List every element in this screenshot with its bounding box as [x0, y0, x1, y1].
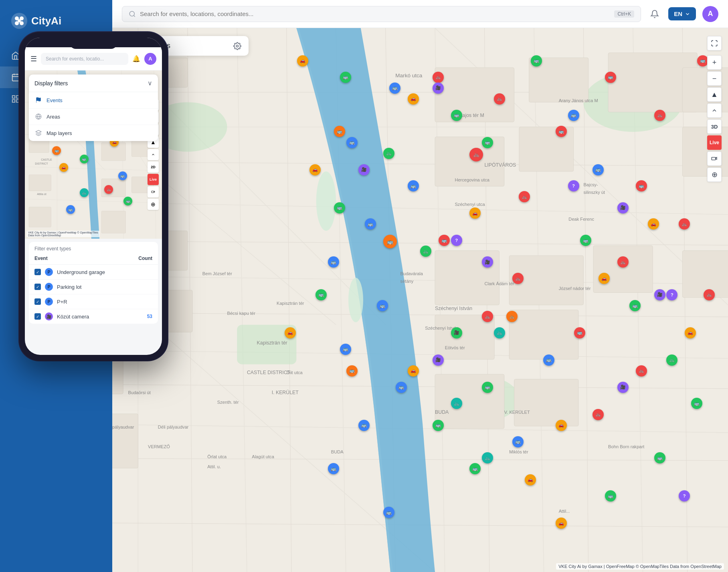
map-marker[interactable]: 🚗: [556, 420, 567, 431]
phone-mode-2d-button[interactable]: 2D: [148, 161, 159, 173]
tilt-button[interactable]: [707, 103, 722, 118]
live-button[interactable]: Live: [707, 135, 722, 150]
map-marker[interactable]: 🚗: [285, 327, 296, 338]
location-button[interactable]: ⊕: [707, 167, 722, 182]
map-marker[interactable]: 🚌: [340, 344, 351, 355]
event-type-pr[interactable]: ✓ P P+R: [29, 294, 158, 309]
phone-map-marker[interactable]: 🚲: [104, 185, 113, 194]
event-type-parking-lot[interactable]: ✓ P Parking lot: [29, 280, 158, 294]
phone-tilt-button[interactable]: [148, 149, 159, 160]
map-marker[interactable]: 🚲: [433, 72, 444, 83]
phone-bell-icon[interactable]: 🔔: [132, 55, 140, 62]
map-marker[interactable]: 🚌: [439, 235, 450, 246]
map-marker[interactable]: 🚲: [704, 289, 715, 300]
map-area[interactable]: Markó utca Lajos tér M Arany János utca …: [112, 28, 728, 572]
map-marker[interactable]: 🚌: [636, 180, 647, 191]
map-marker[interactable]: 🚌: [568, 110, 579, 121]
search-bar[interactable]: Ctrl+K: [122, 6, 641, 22]
map-marker[interactable]: ?: [568, 180, 579, 191]
checkbox-underground-garage[interactable]: ✓: [34, 269, 41, 275]
map-marker[interactable]: 🚲: [593, 409, 604, 420]
map-marker[interactable]: 🎥: [451, 327, 462, 338]
map-marker[interactable]: 🚲: [469, 148, 483, 161]
map-marker[interactable]: 🎥: [433, 354, 444, 366]
map-marker[interactable]: 🚌: [654, 452, 665, 463]
settings-icon[interactable]: [233, 42, 241, 50]
map-marker[interactable]: 🚌: [451, 110, 462, 121]
map-marker[interactable]: 🚗: [525, 474, 536, 485]
phone-map-marker[interactable]: 🚌: [66, 205, 75, 214]
mode-3d-button[interactable]: 3D: [707, 119, 722, 134]
map-marker[interactable]: 🎥: [482, 256, 493, 268]
map-marker[interactable]: 🚌: [340, 72, 351, 83]
map-marker[interactable]: 🚌: [574, 327, 585, 338]
map-marker[interactable]: 🚌: [605, 490, 616, 502]
map-marker[interactable]: 🚌: [328, 463, 339, 474]
map-marker[interactable]: 🚌: [482, 137, 493, 148]
map-marker[interactable]: 🚌: [593, 164, 604, 175]
map-marker[interactable]: 🚌: [433, 420, 444, 431]
map-marker[interactable]: 🚲: [617, 256, 629, 268]
map-marker[interactable]: 🎥: [433, 83, 444, 94]
phone-map-marker[interactable]: 🚌: [118, 171, 127, 180]
compass-button[interactable]: ▲: [707, 87, 722, 102]
map-marker[interactable]: 🚌: [543, 354, 554, 366]
notifications-button[interactable]: [647, 7, 662, 21]
map-marker[interactable]: 🚌: [365, 218, 376, 230]
map-marker[interactable]: 🚌: [605, 72, 616, 83]
map-marker[interactable]: 🚌: [383, 235, 397, 248]
map-marker[interactable]: 🚲: [654, 110, 665, 121]
map-marker[interactable]: 🎥: [617, 202, 629, 213]
phone-camera-button[interactable]: [148, 186, 159, 197]
map-marker[interactable]: ?: [451, 235, 462, 246]
phone-tab-areas[interactable]: Areas: [29, 109, 158, 125]
phone-map-marker[interactable]: 🚲: [80, 188, 89, 197]
phone-search-bar[interactable]: Search for events, locatio...: [41, 53, 128, 65]
phone-user-avatar[interactable]: A: [144, 53, 156, 65]
map-marker[interactable]: 🚲: [666, 354, 677, 366]
phone-tab-events[interactable]: Events: [29, 92, 158, 109]
map-marker[interactable]: 🚌: [346, 365, 358, 377]
map-marker[interactable]: 🚲: [482, 452, 493, 463]
map-marker[interactable]: 🚌: [383, 507, 394, 518]
map-marker[interactable]: 🚌: [389, 83, 400, 94]
map-marker[interactable]: 🚲: [420, 246, 431, 257]
phone-map-marker[interactable]: 🚌: [80, 155, 89, 163]
camera-view-button[interactable]: [707, 151, 722, 166]
map-marker[interactable]: 🎥: [358, 164, 370, 175]
phone-tab-map-layers[interactable]: Map layers: [29, 125, 158, 141]
phone-filter-chevron[interactable]: ∨: [148, 79, 152, 87]
event-type-underground-garage[interactable]: ✓ P Underground garage: [29, 265, 158, 280]
phone-map-marker[interactable]: 🚗: [59, 163, 68, 172]
language-button[interactable]: EN: [668, 7, 696, 20]
map-marker[interactable]: 🚌: [482, 382, 493, 393]
map-marker[interactable]: 🚗: [309, 164, 321, 175]
map-marker[interactable]: 🚌: [697, 55, 708, 66]
checkbox-kozut-camera[interactable]: ✓: [34, 313, 41, 320]
map-marker[interactable]: 🎥: [617, 382, 629, 393]
checkbox-parking-lot[interactable]: ✓: [34, 284, 41, 290]
map-marker[interactable]: 🚗: [297, 55, 308, 66]
checkbox-pr[interactable]: ✓: [34, 298, 41, 305]
user-avatar[interactable]: A: [702, 6, 718, 22]
fullscreen-button[interactable]: [707, 36, 722, 50]
map-marker[interactable]: 🚲: [519, 191, 530, 202]
event-type-kozut-camera[interactable]: ✓ 🎥 Közút camera 53: [29, 309, 158, 324]
map-marker[interactable]: 🚌: [334, 202, 345, 213]
phone-map[interactable]: VÍZIVÁR LIPÓTVÁROS CASTLE DISTRICT Attil…: [25, 70, 162, 239]
map-marker[interactable]: 🚲: [506, 311, 518, 322]
map-marker[interactable]: 🎥: [654, 289, 665, 300]
map-marker[interactable]: 🚌: [396, 382, 407, 393]
map-marker[interactable]: 🚲: [636, 365, 647, 377]
map-marker[interactable]: 🚲: [482, 311, 493, 322]
phone-location-button[interactable]: ⊕: [148, 199, 159, 210]
map-marker[interactable]: 🚌: [358, 420, 370, 431]
map-marker[interactable]: 🚌: [328, 256, 339, 268]
search-input[interactable]: [140, 10, 610, 17]
map-marker[interactable]: 🚌: [315, 289, 327, 300]
map-marker[interactable]: 🚌: [346, 137, 358, 148]
zoom-out-button[interactable]: −: [707, 71, 722, 86]
map-marker[interactable]: 🚌: [512, 436, 524, 447]
map-marker[interactable]: 🚗: [556, 518, 567, 529]
phone-menu-icon[interactable]: ☰: [30, 54, 37, 63]
